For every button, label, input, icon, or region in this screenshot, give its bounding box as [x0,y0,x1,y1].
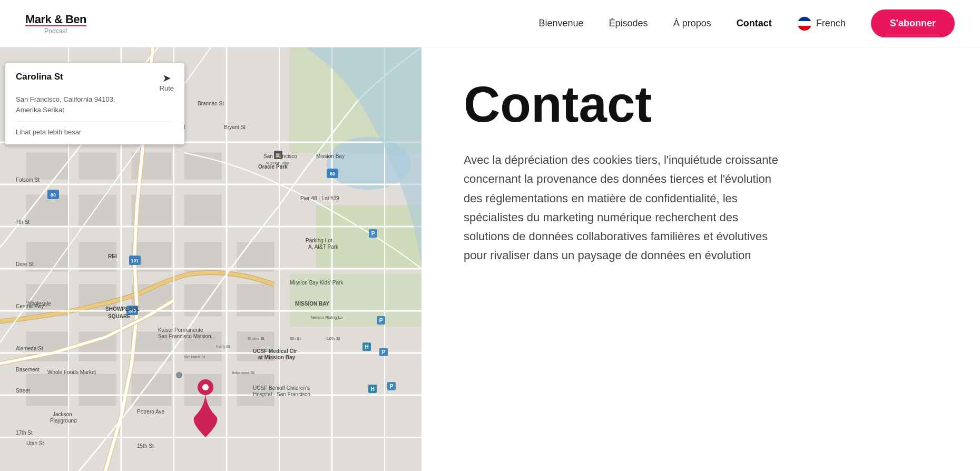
svg-text:8th St: 8th St [290,336,301,341]
svg-text:Mission Bay: Mission Bay [316,153,345,159]
nav-bienvenue[interactable]: Bienvenue [538,18,583,29]
svg-text:Wholesale: Wholesale [26,301,51,307]
svg-text:P: P [379,318,383,323]
svg-text:UCSF Medical Ctr: UCSF Medical Ctr [253,348,297,354]
header: Mark & Ben Podcast Bienvenue Épisodes À … [0,0,980,47]
svg-rect-8 [79,195,116,227]
content-side: Contact Avec la dépréciation des cookies… [422,47,980,471]
logo-main: Mark & Ben [25,13,86,26]
svg-rect-16 [79,374,116,406]
svg-text:Illinois St: Illinois St [248,336,265,341]
svg-text:Alameda St: Alameda St [16,346,43,351]
svg-text:SQUARE: SQUARE [108,313,131,319]
svg-text:Folsom St: Folsom St [16,177,40,183]
popup-divider [16,121,174,122]
contact-title: Contact [464,79,938,130]
svg-text:A, At&T Park: A, At&T Park [308,244,339,250]
svg-text:SHOWPLACE: SHOWPLACE [105,306,140,312]
svg-text:Potrero Ave: Potrero Ave [137,409,165,415]
french-flag-icon [797,16,812,31]
svg-text:Whole Foods Market: Whole Foods Market [47,369,96,375]
logo: Mark & Ben Podcast [25,13,86,35]
nav-contact[interactable]: Contact [737,18,772,29]
svg-text:101: 101 [131,258,139,263]
svg-text:H: H [370,386,374,392]
svg-text:17th St: 17th St [16,430,33,436]
svg-text:🛒: 🛒 [177,372,182,378]
nav-apropos[interactable]: À propos [673,18,711,29]
svg-text:Bryant St: Bryant St [224,124,246,130]
svg-text:🚉: 🚉 [276,152,282,159]
svg-text:7th St: 7th St [16,219,30,225]
map-container: Carolina St ➤ Rute San Francisco, Califo… [0,47,422,471]
svg-text:at Mission Bay: at Mission Bay [258,355,295,360]
subscribe-button[interactable]: S'abonner [871,9,955,37]
svg-rect-29 [237,242,274,271]
popup-header: Carolina St ➤ Rute [16,72,174,92]
map-popup: Carolina St ➤ Rute San Francisco, Califo… [5,63,184,144]
svg-rect-7 [26,195,68,227]
svg-text:Utah St: Utah St [26,440,44,446]
popup-bigger-map-link[interactable]: Lihat peta lebih besar [16,128,174,136]
svg-rect-20 [184,195,221,227]
popup-address-line1: San Francisco, California 94103, [16,95,115,103]
svg-text:UCSF Benioff Children's: UCSF Benioff Children's [253,385,310,391]
svg-text:Hospital - San Francisco: Hospital - San Francisco [253,391,310,397]
contact-description: Avec la dépréciation des cookies tiers, … [464,151,780,266]
svg-text:MISSION BAY: MISSION BAY [295,301,330,307]
svg-text:Arkansas St: Arkansas St [232,370,255,375]
svg-text:16th St: 16th St [327,336,340,341]
svg-text:Pier 48 - Lot #39: Pier 48 - Lot #39 [300,195,339,201]
svg-text:Kaiser Permanente: Kaiser Permanente [158,327,203,333]
language-selector[interactable]: French [797,16,846,31]
svg-rect-6 [79,153,116,179]
main-content: Carolina St ➤ Rute San Francisco, Califo… [0,47,980,471]
svg-text:San Francisco Mission...: San Francisco Mission... [158,333,215,339]
svg-text:15th St: 15th St [137,443,154,449]
svg-text:Dore St: Dore St [16,261,34,267]
svg-text:Mission Bay...: Mission Bay... [266,161,292,165]
svg-text:Playground: Playground [50,418,77,424]
svg-text:P: P [382,349,386,355]
popup-route-label: Rute [160,84,174,92]
logo-sub: Podcast [25,25,86,35]
svg-text:Parking Lot: Parking Lot [306,238,332,243]
svg-text:80: 80 [330,171,335,176]
svg-text:Basement: Basement [16,367,40,372]
svg-rect-22 [184,242,221,271]
svg-text:80: 80 [51,192,56,198]
svg-rect-15 [26,374,68,406]
nav-episodes[interactable]: Épisodes [609,18,648,29]
language-label: French [816,18,846,29]
svg-text:P: P [390,384,394,389]
popup-title: Carolina St [16,72,63,82]
svg-text:Nelson Rising Ln: Nelson Rising Ln [311,315,342,320]
svg-text:P: P [371,231,375,237]
popup-address: San Francisco, California 94103, Amerika… [16,94,174,115]
nav: Bienvenue Épisodes À propos Contact Fren… [538,9,955,37]
svg-text:De Haro St: De Haro St [184,355,205,359]
svg-text:Street: Street [16,388,30,394]
svg-text:Brannan St: Brannan St [198,101,224,106]
svg-text:Jackson: Jackson [53,411,72,417]
popup-route-button[interactable]: ➤ Rute [160,72,174,92]
svg-text:REI: REI [108,253,117,259]
svg-text:Irwin St: Irwin St [216,344,230,349]
svg-point-121 [202,384,209,390]
svg-rect-5 [26,153,68,179]
route-icon: ➤ [162,72,171,84]
svg-text:Mission Bay Kids' Park: Mission Bay Kids' Park [290,280,344,286]
popup-address-line2: Amerika Serikat [16,106,64,114]
svg-text:H: H [365,344,368,350]
